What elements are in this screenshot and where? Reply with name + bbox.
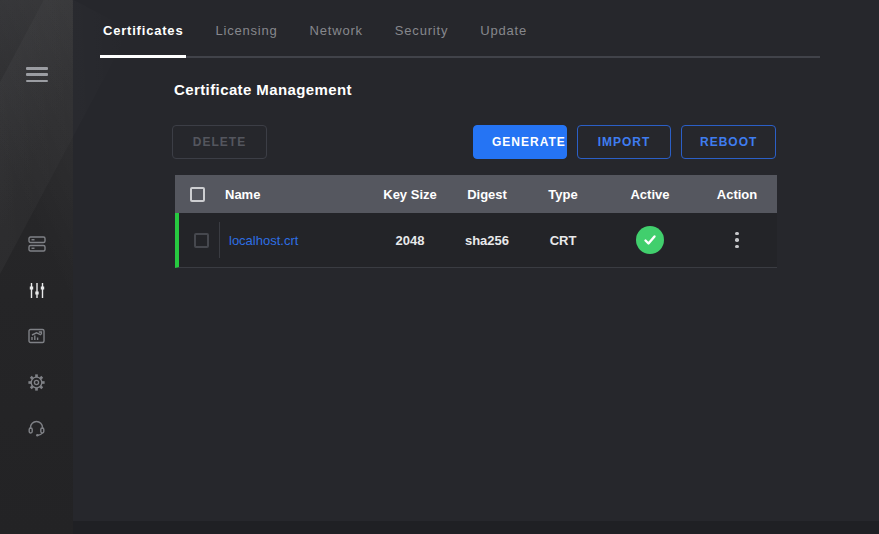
active-cell: [603, 226, 697, 254]
column-header-action: Action: [697, 187, 777, 202]
column-header-type: Type: [523, 187, 603, 202]
kebab-menu-icon[interactable]: [731, 228, 743, 253]
digest-cell: sha256: [451, 233, 523, 248]
select-all-cell: [175, 187, 222, 202]
tab-update[interactable]: Update: [477, 23, 530, 56]
sliders-icon[interactable]: [27, 282, 47, 298]
sidebar: [0, 0, 73, 534]
row-checkbox[interactable]: [194, 233, 209, 248]
tab-licensing[interactable]: Licensing: [212, 23, 280, 56]
headset-icon[interactable]: [27, 420, 47, 436]
menu-icon[interactable]: [26, 67, 48, 82]
row-select-cell: [179, 233, 222, 248]
action-cell: [697, 228, 777, 253]
footer-strip: [73, 521, 879, 534]
certificate-link[interactable]: localhost.crt: [229, 233, 298, 248]
tab-security[interactable]: Security: [392, 23, 451, 56]
gear-icon[interactable]: [27, 374, 47, 390]
server-icon[interactable]: [27, 236, 47, 252]
select-all-checkbox[interactable]: [190, 187, 205, 202]
tab-network[interactable]: Network: [307, 23, 366, 56]
active-check-icon: [636, 226, 664, 254]
toolbar: DELETE GENERATE IMPORT REBOOT: [172, 125, 776, 159]
import-button[interactable]: IMPORT: [577, 125, 671, 159]
reboot-button[interactable]: REBOOT: [681, 125, 776, 159]
column-header-name: Name: [222, 187, 369, 202]
type-cell: CRT: [523, 233, 603, 248]
column-header-digest: Digest: [451, 187, 523, 202]
tab-bar: Certificates Licensing Network Security …: [100, 0, 820, 58]
column-header-key-size: Key Size: [369, 187, 451, 202]
delete-button[interactable]: DELETE: [172, 125, 267, 159]
certificate-name-cell: localhost.crt: [222, 233, 369, 248]
certificates-table: Name Key Size Digest Type Active Action …: [175, 175, 777, 268]
table-row: localhost.crt 2048 sha256 CRT: [175, 213, 777, 268]
page-title: Certificate Management: [174, 81, 352, 98]
tab-certificates[interactable]: Certificates: [100, 23, 186, 56]
analytics-icon[interactable]: [27, 328, 47, 344]
table-header: Name Key Size Digest Type Active Action: [175, 175, 777, 213]
sidebar-nav: [0, 236, 73, 436]
column-header-active: Active: [603, 187, 697, 202]
key-size-cell: 2048: [369, 233, 451, 248]
main-content: Certificates Licensing Network Security …: [73, 0, 879, 534]
generate-button[interactable]: GENERATE: [473, 125, 567, 159]
